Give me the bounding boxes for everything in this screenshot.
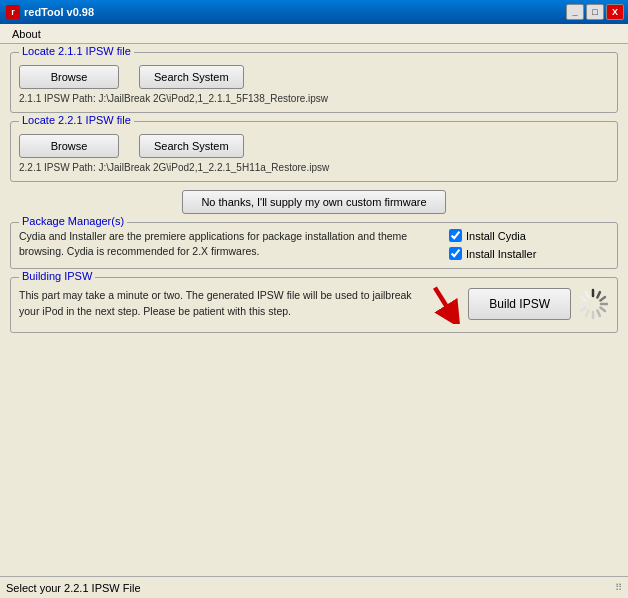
svg-line-4 <box>600 297 605 300</box>
svg-line-9 <box>586 311 589 316</box>
app-icon: r <box>6 5 20 19</box>
svg-line-1 <box>435 288 453 317</box>
svg-line-13 <box>586 292 589 297</box>
install-installer-checkbox[interactable] <box>449 247 462 260</box>
minimize-button[interactable]: _ <box>566 4 584 20</box>
close-button[interactable]: X <box>606 4 624 20</box>
locate-221-label: Locate 2.2.1 IPSW file <box>19 114 134 126</box>
spinner-icon <box>577 288 609 320</box>
menu-bar: About <box>0 24 628 44</box>
browse-211-button[interactable]: Browse <box>19 65 119 89</box>
search-221-button[interactable]: Search System <box>139 134 244 158</box>
package-managers-description: Cydia and Installer are the premiere app… <box>19 229 429 258</box>
window-title: redTool v0.98 <box>24 6 94 18</box>
locate-221-buttons: Browse Search System <box>19 134 609 158</box>
svg-line-10 <box>581 308 586 311</box>
svg-line-12 <box>581 297 586 300</box>
package-managers-content: Cydia and Installer are the premiere app… <box>19 229 609 260</box>
package-checkboxes: Install Cydia Install Installer <box>449 229 609 260</box>
building-ipsw-group: Building IPSW This part may take a minut… <box>10 277 618 333</box>
svg-line-6 <box>600 308 605 311</box>
menu-about[interactable]: About <box>6 26 47 42</box>
locate-221-group: Locate 2.2.1 IPSW file Browse Search Sys… <box>10 121 618 182</box>
window-controls: _ □ X <box>566 4 624 20</box>
build-ipsw-button[interactable]: Build IPSW <box>468 288 571 320</box>
status-bar: Select your 2.2.1 IPSW File ⠿ <box>0 576 628 598</box>
building-ipsw-label: Building IPSW <box>19 270 95 282</box>
main-content: Locate 2.1.1 IPSW file Browse Search Sys… <box>0 44 628 576</box>
building-ipsw-description: This part may take a minute or two. The … <box>19 288 416 320</box>
red-arrow-icon <box>426 284 462 324</box>
title-bar: r redTool v0.98 _ □ X <box>0 0 628 24</box>
path-221-text: 2.2.1 IPSW Path: J:\JailBreak 2G\iPod2,1… <box>19 162 609 173</box>
maximize-button[interactable]: □ <box>586 4 604 20</box>
install-installer-label: Install Installer <box>466 248 536 260</box>
status-text: Select your 2.2.1 IPSW File <box>6 582 141 594</box>
path-211-text: 2.1.1 IPSW Path: J:\JailBreak 2G\iPod2,1… <box>19 93 609 104</box>
package-managers-label: Package Manager(s) <box>19 215 127 227</box>
no-thanks-button[interactable]: No thanks, I'll supply my own custom fir… <box>182 190 445 214</box>
install-cydia-label: Install Cydia <box>466 230 526 242</box>
install-cydia-row: Install Cydia <box>449 229 609 242</box>
package-managers-group: Package Manager(s) Cydia and Installer a… <box>10 222 618 269</box>
build-right-section: Build IPSW <box>426 284 609 324</box>
svg-line-7 <box>597 311 600 316</box>
locate-211-buttons: Browse Search System <box>19 65 609 89</box>
svg-line-3 <box>597 292 600 297</box>
locate-211-label: Locate 2.1.1 IPSW file <box>19 45 134 57</box>
building-ipsw-content: This part may take a minute or two. The … <box>19 284 609 324</box>
browse-221-button[interactable]: Browse <box>19 134 119 158</box>
search-211-button[interactable]: Search System <box>139 65 244 89</box>
locate-211-group: Locate 2.1.1 IPSW file Browse Search Sys… <box>10 52 618 113</box>
install-installer-row: Install Installer <box>449 247 609 260</box>
install-cydia-checkbox[interactable] <box>449 229 462 242</box>
resize-grip: ⠿ <box>615 582 622 593</box>
